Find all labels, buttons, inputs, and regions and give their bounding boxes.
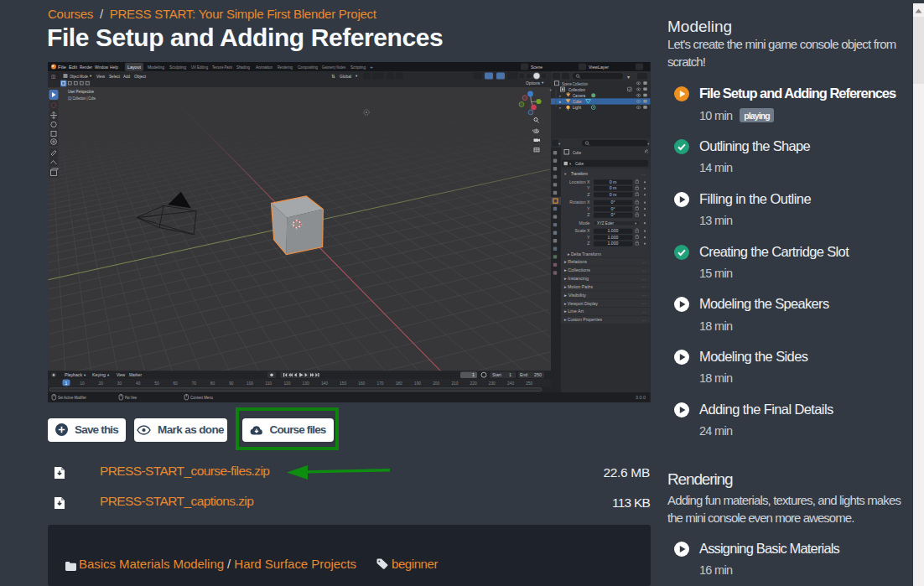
svg-text:▸ Visibility: ▸ Visibility (564, 293, 586, 298)
svg-text:Transform: Transform (571, 171, 588, 176)
svg-text:Cube: Cube (573, 150, 581, 155)
svg-text:Object: Object (134, 74, 146, 79)
svg-text:0 m: 0 m (610, 185, 617, 190)
svg-text:Y: Y (587, 206, 590, 211)
svg-text:80: 80 (210, 381, 215, 386)
svg-text:....: .... (641, 300, 646, 305)
svg-text:140: 140 (321, 381, 328, 386)
svg-text:Set Active Modifier: Set Active Modifier (58, 395, 86, 400)
svg-text:Rendering: Rendering (278, 65, 293, 70)
svg-text:....: .... (641, 267, 646, 272)
svg-text:Edit: Edit (69, 65, 77, 70)
svg-text:Options: Options (526, 80, 540, 86)
svg-text:130: 130 (303, 381, 309, 386)
svg-text:Pan View: Pan View (125, 395, 137, 400)
svg-text:Scale X: Scale X (575, 228, 590, 233)
svg-text:1.000: 1.000 (608, 228, 619, 233)
svg-text:Z: Z (587, 212, 589, 217)
svg-text:XYZ Euler: XYZ Euler (597, 220, 614, 226)
svg-text:User Perspective: User Perspective (68, 89, 94, 94)
svg-text:170: 170 (376, 381, 383, 386)
svg-text:....: .... (641, 309, 646, 314)
svg-text:100: 100 (247, 381, 253, 386)
svg-text:Help: Help (110, 65, 118, 70)
svg-text:10: 10 (80, 381, 85, 386)
svg-text:50: 50 (154, 381, 159, 386)
svg-text:0°: 0° (611, 206, 615, 211)
svg-text:Scripting: Scripting (350, 65, 366, 70)
svg-text:1: 1 (65, 381, 68, 386)
svg-text:⇅: ⇅ (331, 74, 335, 79)
svg-text:Sculpting: Sculpting (169, 65, 186, 70)
svg-text:▸ Delta Transform: ▸ Delta Transform (568, 252, 601, 257)
svg-text:Object Mode: Object Mode (70, 74, 88, 79)
svg-text:◫: ◫ (51, 74, 55, 79)
svg-text:Compositing: Compositing (298, 65, 318, 70)
svg-text:0°: 0° (611, 200, 615, 205)
svg-text:Y: Y (587, 235, 590, 240)
svg-text:Cube: Cube (575, 161, 584, 166)
svg-text:View: View (117, 372, 125, 377)
svg-text:Rotation X: Rotation X (569, 200, 590, 205)
svg-text:0°: 0° (611, 212, 615, 217)
svg-text:Light: Light (573, 105, 581, 110)
svg-text:230: 230 (489, 381, 496, 386)
svg-text:....: .... (641, 171, 646, 176)
svg-text:▸ Line Art: ▸ Line Art (564, 309, 584, 314)
svg-text:1.000: 1.000 (608, 241, 619, 246)
svg-text:20: 20 (99, 381, 104, 386)
svg-text:Context Menu: Context Menu (190, 395, 213, 400)
svg-text:▼: ▼ (626, 75, 631, 80)
svg-text:Collection: Collection (568, 87, 585, 92)
svg-text:+: + (370, 65, 373, 70)
svg-text:0 m: 0 m (610, 179, 617, 184)
svg-text:1.000: 1.000 (608, 235, 619, 240)
svg-text:▸ Motion Paths: ▸ Motion Paths (564, 284, 593, 289)
svg-text:End: End (520, 372, 527, 377)
svg-text:Modeling: Modeling (148, 65, 164, 70)
svg-text:Scene: Scene (531, 65, 542, 70)
svg-text:60: 60 (173, 381, 178, 386)
svg-text:1: 1 (509, 372, 511, 377)
svg-text:180: 180 (396, 381, 402, 386)
svg-text:220: 220 (470, 381, 477, 386)
svg-text:Location X: Location X (569, 179, 590, 184)
svg-text:....: .... (641, 276, 646, 281)
svg-text:Window: Window (95, 65, 109, 70)
svg-text:Marker: Marker (129, 372, 142, 377)
svg-text:240: 240 (507, 381, 514, 386)
svg-text:Z: Z (587, 241, 589, 246)
svg-text:UV Editing: UV Editing (191, 65, 208, 70)
svg-text:30: 30 (117, 381, 122, 386)
svg-text:40: 40 (136, 381, 141, 386)
svg-text:160: 160 (358, 381, 365, 386)
svg-text:Add: Add (123, 74, 130, 79)
svg-text:150: 150 (340, 381, 346, 386)
svg-text:....: .... (641, 283, 646, 288)
svg-text:....: .... (641, 292, 646, 297)
svg-text:Start: Start (492, 372, 501, 377)
svg-text:Y: Y (587, 185, 590, 190)
svg-text:Keying: Keying (92, 372, 106, 377)
svg-text:Scene Collection: Scene Collection (562, 81, 588, 86)
svg-text:70: 70 (192, 381, 197, 386)
svg-text:Cube: Cube (573, 99, 582, 104)
svg-text:View: View (96, 74, 106, 79)
svg-text:(1) Collection | Cube: (1) Collection | Cube (68, 96, 96, 101)
svg-text:Layout: Layout (127, 65, 141, 70)
svg-text:250: 250 (534, 372, 542, 377)
svg-text:90: 90 (229, 381, 234, 386)
svg-text:200: 200 (433, 381, 439, 386)
svg-text:Z: Z (587, 192, 589, 197)
svg-text:Render: Render (80, 65, 92, 70)
svg-text:120: 120 (283, 381, 290, 386)
svg-text:....: .... (641, 259, 646, 264)
svg-text:210: 210 (451, 381, 458, 386)
svg-text:3.0.0: 3.0.0 (636, 395, 646, 400)
svg-text:Global: Global (340, 74, 351, 79)
svg-text:0 m: 0 m (610, 192, 617, 197)
svg-text:Camera: Camera (573, 93, 585, 98)
svg-text:Shading: Shading (236, 65, 250, 70)
svg-text:▸ Custom Properties: ▸ Custom Properties (564, 317, 602, 322)
svg-text:Mode: Mode (579, 220, 590, 226)
